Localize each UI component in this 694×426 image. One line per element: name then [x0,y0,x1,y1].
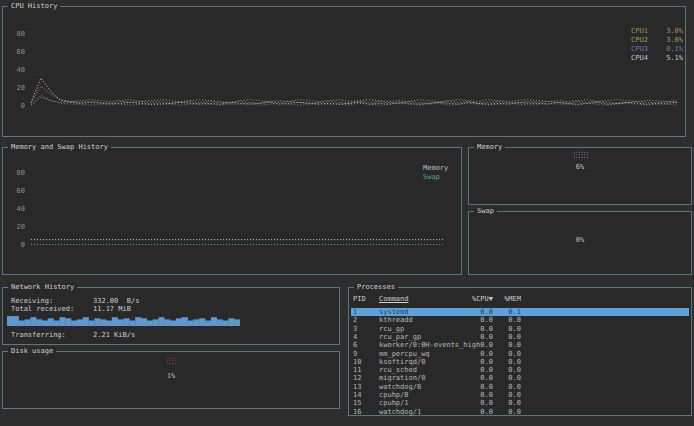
column-header-pid[interactable]: PID [353,295,377,303]
process-mem: 0.0 [485,350,521,358]
receiving-value: 332.00 B/s [93,297,139,305]
process-row[interactable]: 11rcu_sched0.00.0 [351,366,689,374]
transferring-label: Transferring: [11,331,93,339]
mem-swap-legend-item: Swap [423,173,440,181]
process-row[interactable]: 4rcu_par_gp0.00.0 [351,333,689,341]
mem-swap-legend-item: Memory [423,164,448,172]
cpu-legend-item: CPU13.0% [631,27,683,35]
process-row[interactable]: 15cpuhp/10.00.0 [351,399,689,407]
process-pid: 16 [353,408,377,416]
memory-gauge-title: Memory [474,143,505,152]
cpu-legend-value: 3.0% [657,27,683,35]
process-row[interactable]: 9mm_percpu_wq0.00.0 [351,350,689,358]
process-row-selected[interactable]: 1systemd0.00.1 [351,308,689,316]
process-pid: 6 [353,341,377,349]
process-row[interactable]: 16watchdog/10.00.0 [351,408,689,416]
cpu-history-panel: CPU History 020406080 CPU13.0%CPU23.0%CP… [2,6,686,137]
column-header-mem[interactable]: %MEM [485,295,521,303]
cpu-legend-name: CPU4 [631,54,657,62]
process-mem: 0.0 [485,316,521,324]
process-pid: 3 [353,325,377,333]
process-mem: 0.0 [485,408,521,416]
network-history-panel: Network History Receiving:332.00 B/s Tot… [2,287,340,345]
network-receiving-row: Receiving:332.00 B/s [11,297,139,305]
process-pid: 4 [353,333,377,341]
process-pid: 13 [353,383,377,391]
cpu-legend-item: CPU23.0% [631,36,683,44]
process-row[interactable]: 3rcu_gp0.00.0 [351,325,689,333]
network-transferring-row: Transferring:2.21 KiB/s [11,331,135,339]
receiving-label: Receiving: [11,297,93,305]
total-received-value: 11.17 MiB [93,305,131,313]
process-row[interactable]: 13watchdog/00.00.0 [351,383,689,391]
cpu-legend-value: 5.1% [657,54,683,62]
disk-usage-title: Disk usage [8,347,56,356]
network-receive-sparkline [7,315,240,326]
processes-header: PID Command %CPU▼ %MEM [351,295,691,303]
transferring-value: 2.21 KiB/s [93,331,135,339]
swap-gauge-value: 0% [469,236,691,244]
process-pid: 12 [353,374,377,382]
cpu-legend-name: CPU1 [631,27,657,35]
process-mem: 0.0 [485,391,521,399]
process-mem: 0.0 [485,341,521,349]
process-mem: 0.0 [485,325,521,333]
network-total-received-row: Total received:11.17 MiB [11,305,131,313]
system-monitor-dashboard: CPU History 020406080 CPU13.0%CPU23.0%CP… [0,0,694,426]
cpu-legend-item: CPU30.1% [631,45,683,53]
cpu-legend-name: CPU2 [631,36,657,44]
process-row[interactable]: 14cpuhp/00.00.0 [351,391,689,399]
cpu-legend-value: 3.0% [657,36,683,44]
mem-swap-history-panel: Memory and Swap History 020406080 Memory… [2,147,462,275]
process-row[interactable]: 2kthreadd0.00.0 [351,316,689,324]
process-pid: 9 [353,350,377,358]
process-mem: 0.0 [485,399,521,407]
processes-title: Processes [354,283,398,292]
process-pid: 1 [353,308,377,316]
process-table-body: 1systemd0.00.12kthreadd0.00.03rcu_gp0.00… [351,308,689,413]
disk-usage-panel: Disk usage 1% [2,351,340,409]
swap-gauge-title: Swap [474,207,497,216]
process-mem: 0.0 [485,383,521,391]
disk-gauge-value: 1% [3,372,339,380]
network-history-title: Network History [8,283,77,292]
cpu-legend-name: CPU3 [631,45,657,53]
mem-swap-history-chart [3,148,461,274]
memory-gauge-value: 6% [469,163,691,171]
cpu-history-chart [3,7,685,136]
process-mem: 0.1 [485,308,521,316]
process-pid: 2 [353,316,377,324]
process-row[interactable]: 6kworker/0:0H-events_high0.00.0 [351,341,689,349]
process-row[interactable]: 10ksoftirqd/00.00.0 [351,358,689,366]
process-mem: 0.0 [485,374,521,382]
process-pid: 11 [353,366,377,374]
total-received-label: Total received: [11,305,93,313]
memory-gauge-dots [573,151,589,159]
process-pid: 10 [353,358,377,366]
cpu-legend-item: CPU45.1% [631,54,683,62]
swap-gauge-panel: Swap 0% [468,211,692,275]
cpu-legend-value: 0.1% [657,45,683,53]
process-mem: 0.0 [485,366,521,374]
memory-gauge-panel: Memory 6% [468,147,692,205]
process-pid: 15 [353,399,377,407]
disk-gauge-dots [166,357,177,365]
process-pid: 14 [353,391,377,399]
process-row[interactable]: 12migration/00.00.0 [351,374,689,382]
process-mem: 0.0 [485,333,521,341]
processes-panel: Processes PID Command %CPU▼ %MEM 1system… [348,287,692,416]
process-mem: 0.0 [485,358,521,366]
